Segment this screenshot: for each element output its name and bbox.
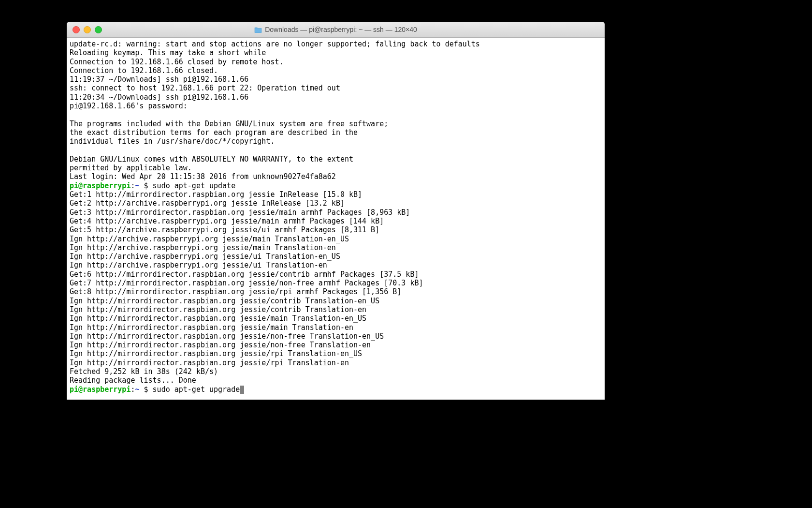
terminal-window: Downloads — pi@raspberrypi: ~ — ssh — 12… [67, 22, 605, 400]
output-line: Get:4 http://archive.raspberrypi.org jes… [70, 217, 384, 225]
close-button[interactable] [72, 26, 80, 33]
output-line: Ign http://mirrordirector.raspbian.org j… [70, 349, 362, 358]
terminal-body[interactable]: update-rc.d: warning: start and stop act… [67, 38, 605, 400]
output-line: Ign http://mirrordirector.raspbian.org j… [70, 323, 353, 332]
output-line: Ign http://mirrordirector.raspbian.org j… [70, 332, 384, 341]
output-line: Ign http://archive.raspberrypi.org jessi… [70, 252, 340, 261]
command-text: sudo apt-get update [153, 181, 236, 190]
output-line: permitted by applicable law. [70, 164, 192, 172]
output-line: Get:5 http://archive.raspberrypi.org jes… [70, 225, 379, 234]
output-line: 11:19:37 ~/Downloads] ssh pi@192.168.1.6… [70, 75, 248, 84]
output-line: Ign http://mirrordirector.raspbian.org j… [70, 305, 366, 314]
output-line: Ign http://archive.raspberrypi.org jessi… [70, 235, 349, 243]
prompt-sigil: $ [140, 385, 153, 394]
prompt-user-host: pi@raspberrypi [70, 181, 130, 190]
output-line: Get:2 http://archive.raspberrypi.org jes… [70, 199, 345, 208]
output-line: Get:8 http://mirrordirector.raspbian.org… [70, 287, 401, 296]
prompt-sigil: $ [140, 181, 153, 190]
cursor [240, 386, 244, 394]
output-line: Connection to 192.168.1.66 closed by rem… [70, 58, 284, 66]
output-line: 11:20:34 ~/Downloads] ssh pi@192.168.1.6… [70, 93, 248, 102]
output-line: Reloading keymap. This may take a short … [70, 48, 266, 57]
window-title: Downloads — pi@raspberrypi: ~ — ssh — 12… [265, 26, 417, 33]
output-line: Get:3 http://mirrordirector.raspbian.org… [70, 208, 410, 217]
traffic-lights [72, 26, 102, 33]
prompt-path: ~ [135, 385, 139, 394]
prompt-path: ~ [135, 181, 139, 190]
window-title-wrap: Downloads — pi@raspberrypi: ~ — ssh — 12… [67, 26, 605, 33]
output-line: pi@192.168.1.66's password: [70, 102, 188, 110]
output-line: Ign http://archive.raspberrypi.org jessi… [70, 261, 327, 269]
output-line: Connection to 192.168.1.66 closed. [70, 66, 218, 75]
minimize-button[interactable] [84, 26, 91, 33]
output-line: Debian GNU/Linux comes with ABSOLUTELY N… [70, 155, 353, 164]
output-line: Get:6 http://mirrordirector.raspbian.org… [70, 270, 419, 279]
output-line: Ign http://mirrordirector.raspbian.org j… [70, 359, 349, 367]
output-line: Get:1 http://mirrordirector.raspbian.org… [70, 190, 362, 199]
output-line: ssh: connect to host 192.168.1.66 port 2… [70, 84, 340, 92]
output-line: Last login: Wed Apr 20 11:15:38 2016 fro… [70, 172, 336, 181]
output-line: Ign http://mirrordirector.raspbian.org j… [70, 341, 371, 349]
titlebar[interactable]: Downloads — pi@raspberrypi: ~ — ssh — 12… [67, 22, 605, 38]
output-line: Get:7 http://mirrordirector.raspbian.org… [70, 279, 423, 287]
output-line: The programs included with the Debian GN… [70, 120, 388, 128]
output-line: Ign http://archive.raspberrypi.org jessi… [70, 243, 336, 252]
prompt-user-host: pi@raspberrypi [70, 385, 130, 394]
command-text: sudo apt-get upgrade [153, 385, 240, 394]
output-line: update-rc.d: warning: start and stop act… [70, 40, 480, 48]
output-line: Ign http://mirrordirector.raspbian.org j… [70, 314, 366, 323]
output-line: the exact distribution terms for each pr… [70, 128, 358, 137]
output-line: individual files in /usr/share/doc/*/cop… [70, 137, 275, 146]
output-line: Reading package lists... Done [70, 376, 196, 385]
output-line: Fetched 9,252 kB in 38s (242 kB/s) [70, 367, 218, 376]
maximize-button[interactable] [95, 26, 102, 33]
output-line: Ign http://mirrordirector.raspbian.org j… [70, 297, 379, 305]
folder-icon [254, 27, 262, 33]
